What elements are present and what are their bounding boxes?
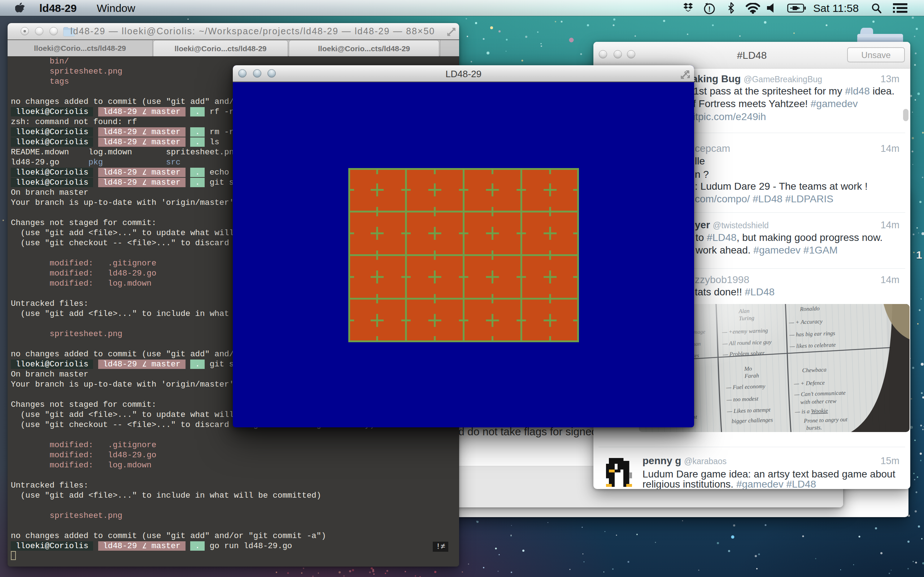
svg-text:!: ! (708, 5, 711, 13)
